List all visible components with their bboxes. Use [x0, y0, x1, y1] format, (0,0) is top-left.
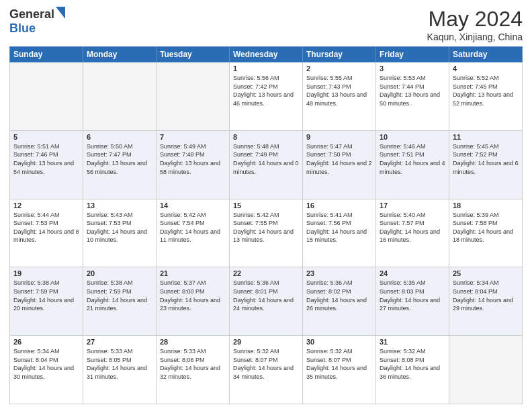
calendar-cell: 17Sunrise: 5:40 AMSunset: 7:57 PMDayligh…	[376, 199, 449, 267]
day-info: Sunrise: 5:38 AMSunset: 7:59 PMDaylight:…	[13, 279, 79, 312]
calendar-cell	[10, 62, 83, 131]
day-info: Sunrise: 5:36 AMSunset: 8:01 PMDaylight:…	[233, 279, 299, 312]
day-info: Sunrise: 5:40 AMSunset: 7:57 PMDaylight:…	[380, 211, 445, 244]
calendar-cell	[157, 62, 230, 131]
day-info: Sunrise: 5:33 AMSunset: 8:05 PMDaylight:…	[87, 347, 152, 381]
day-info: Sunrise: 5:45 AMSunset: 7:52 PMDaylight:…	[453, 142, 519, 176]
day-number: 2	[306, 64, 372, 73]
logo-general: General	[9, 7, 54, 21]
calendar-cell	[449, 336, 523, 404]
calendar-col-header: Tuesday	[157, 47, 230, 62]
day-number: 14	[160, 201, 226, 210]
header: General Blue May 2024 Kaqun, Xinjiang, C…	[9, 7, 523, 42]
title-block: May 2024 Kaqun, Xinjiang, China	[427, 7, 523, 42]
calendar-cell: 12Sunrise: 5:44 AMSunset: 7:53 PMDayligh…	[10, 199, 83, 267]
calendar-week-row: 26Sunrise: 5:34 AMSunset: 8:04 PMDayligh…	[10, 336, 523, 404]
location: Kaqun, Xinjiang, China	[427, 32, 523, 42]
calendar-cell: 5Sunrise: 5:51 AMSunset: 7:46 PMDaylight…	[10, 130, 83, 199]
month-title: May 2024	[427, 7, 523, 32]
calendar-cell: 3Sunrise: 5:53 AMSunset: 7:44 PMDaylight…	[376, 62, 449, 131]
day-info: Sunrise: 5:35 AMSunset: 8:03 PMDaylight:…	[380, 279, 445, 312]
calendar-cell: 11Sunrise: 5:45 AMSunset: 7:52 PMDayligh…	[449, 130, 523, 199]
day-info: Sunrise: 5:41 AMSunset: 7:56 PMDaylight:…	[306, 211, 372, 244]
day-number: 15	[233, 201, 299, 210]
day-number: 29	[233, 338, 299, 346]
day-number: 12	[13, 201, 79, 210]
day-info: Sunrise: 5:49 AMSunset: 7:48 PMDaylight:…	[160, 142, 226, 176]
calendar-week-row: 19Sunrise: 5:38 AMSunset: 7:59 PMDayligh…	[10, 267, 523, 336]
day-info: Sunrise: 5:56 AMSunset: 7:42 PMDaylight:…	[233, 74, 299, 107]
day-info: Sunrise: 5:44 AMSunset: 7:53 PMDaylight:…	[13, 211, 79, 244]
calendar-cell: 7Sunrise: 5:49 AMSunset: 7:48 PMDaylight…	[157, 130, 230, 199]
page: General Blue May 2024 Kaqun, Xinjiang, C…	[0, 0, 532, 411]
day-number: 22	[233, 269, 299, 277]
day-number: 24	[380, 269, 445, 277]
calendar-col-header: Thursday	[303, 47, 376, 62]
calendar-cell: 31Sunrise: 5:32 AMSunset: 8:08 PMDayligh…	[376, 336, 449, 404]
day-info: Sunrise: 5:52 AMSunset: 7:45 PMDaylight:…	[453, 74, 519, 107]
calendar-cell: 24Sunrise: 5:35 AMSunset: 8:03 PMDayligh…	[376, 267, 449, 336]
calendar-cell: 15Sunrise: 5:42 AMSunset: 7:55 PMDayligh…	[230, 199, 303, 267]
logo: General Blue	[9, 7, 65, 36]
day-number: 13	[87, 201, 152, 210]
calendar-cell: 9Sunrise: 5:47 AMSunset: 7:50 PMDaylight…	[303, 130, 376, 199]
day-number: 31	[380, 338, 445, 346]
day-number: 17	[380, 201, 445, 210]
day-info: Sunrise: 5:34 AMSunset: 8:04 PMDaylight:…	[13, 347, 79, 381]
day-number: 6	[87, 133, 152, 141]
logo-text: General	[9, 7, 65, 21]
calendar-cell: 2Sunrise: 5:55 AMSunset: 7:43 PMDaylight…	[303, 62, 376, 131]
day-number: 16	[306, 201, 372, 210]
calendar-cell: 21Sunrise: 5:37 AMSunset: 8:00 PMDayligh…	[157, 267, 230, 336]
calendar-cell: 13Sunrise: 5:43 AMSunset: 7:53 PMDayligh…	[83, 199, 157, 267]
calendar-cell: 25Sunrise: 5:34 AMSunset: 8:04 PMDayligh…	[449, 267, 523, 336]
calendar-cell: 18Sunrise: 5:39 AMSunset: 7:58 PMDayligh…	[449, 199, 523, 267]
calendar-cell: 22Sunrise: 5:36 AMSunset: 8:01 PMDayligh…	[230, 267, 303, 336]
day-number: 5	[13, 133, 79, 141]
calendar-col-header: Sunday	[10, 47, 83, 62]
calendar-cell: 8Sunrise: 5:48 AMSunset: 7:49 PMDaylight…	[230, 130, 303, 199]
day-info: Sunrise: 5:46 AMSunset: 7:51 PMDaylight:…	[380, 142, 445, 176]
calendar-week-row: 5Sunrise: 5:51 AMSunset: 7:46 PMDaylight…	[10, 130, 523, 199]
calendar-cell: 20Sunrise: 5:38 AMSunset: 7:59 PMDayligh…	[83, 267, 157, 336]
day-number: 27	[87, 338, 152, 346]
logo-icon	[56, 7, 65, 19]
day-number: 26	[13, 338, 79, 346]
day-info: Sunrise: 5:43 AMSunset: 7:53 PMDaylight:…	[87, 211, 152, 244]
day-info: Sunrise: 5:39 AMSunset: 7:58 PMDaylight:…	[453, 211, 519, 244]
day-number: 1	[233, 64, 299, 73]
day-info: Sunrise: 5:33 AMSunset: 8:06 PMDaylight:…	[160, 347, 226, 381]
calendar-cell: 1Sunrise: 5:56 AMSunset: 7:42 PMDaylight…	[230, 62, 303, 131]
day-number: 23	[306, 269, 372, 277]
calendar-cell: 26Sunrise: 5:34 AMSunset: 8:04 PMDayligh…	[10, 336, 83, 404]
day-info: Sunrise: 5:38 AMSunset: 7:59 PMDaylight:…	[87, 279, 152, 312]
day-info: Sunrise: 5:32 AMSunset: 8:07 PMDaylight:…	[306, 347, 372, 381]
day-number: 7	[160, 133, 226, 141]
day-info: Sunrise: 5:34 AMSunset: 8:04 PMDaylight:…	[453, 279, 519, 312]
calendar-cell: 6Sunrise: 5:50 AMSunset: 7:47 PMDaylight…	[83, 130, 157, 199]
day-info: Sunrise: 5:42 AMSunset: 7:54 PMDaylight:…	[160, 211, 226, 244]
day-number: 25	[453, 269, 519, 277]
calendar-cell: 14Sunrise: 5:42 AMSunset: 7:54 PMDayligh…	[157, 199, 230, 267]
day-number: 28	[160, 338, 226, 346]
calendar-week-row: 1Sunrise: 5:56 AMSunset: 7:42 PMDaylight…	[10, 62, 523, 131]
calendar-cell: 4Sunrise: 5:52 AMSunset: 7:45 PMDaylight…	[449, 62, 523, 131]
calendar-cell: 23Sunrise: 5:36 AMSunset: 8:02 PMDayligh…	[303, 267, 376, 336]
day-info: Sunrise: 5:50 AMSunset: 7:47 PMDaylight:…	[87, 142, 152, 176]
calendar-cell	[83, 62, 157, 131]
calendar-cell: 29Sunrise: 5:32 AMSunset: 8:07 PMDayligh…	[230, 336, 303, 404]
day-number: 8	[233, 133, 299, 141]
day-info: Sunrise: 5:48 AMSunset: 7:49 PMDaylight:…	[233, 142, 299, 176]
calendar-cell: 19Sunrise: 5:38 AMSunset: 7:59 PMDayligh…	[10, 267, 83, 336]
day-number: 20	[87, 269, 152, 277]
calendar-col-header: Saturday	[449, 47, 523, 62]
svg-marker-0	[56, 7, 65, 19]
calendar-cell: 30Sunrise: 5:32 AMSunset: 8:07 PMDayligh…	[303, 336, 376, 404]
day-number: 11	[453, 133, 519, 141]
day-info: Sunrise: 5:53 AMSunset: 7:44 PMDaylight:…	[380, 74, 445, 107]
calendar-cell: 16Sunrise: 5:41 AMSunset: 7:56 PMDayligh…	[303, 199, 376, 267]
calendar-cell: 28Sunrise: 5:33 AMSunset: 8:06 PMDayligh…	[157, 336, 230, 404]
day-info: Sunrise: 5:55 AMSunset: 7:43 PMDaylight:…	[306, 74, 372, 107]
day-info: Sunrise: 5:36 AMSunset: 8:02 PMDaylight:…	[306, 279, 372, 312]
day-number: 30	[306, 338, 372, 346]
